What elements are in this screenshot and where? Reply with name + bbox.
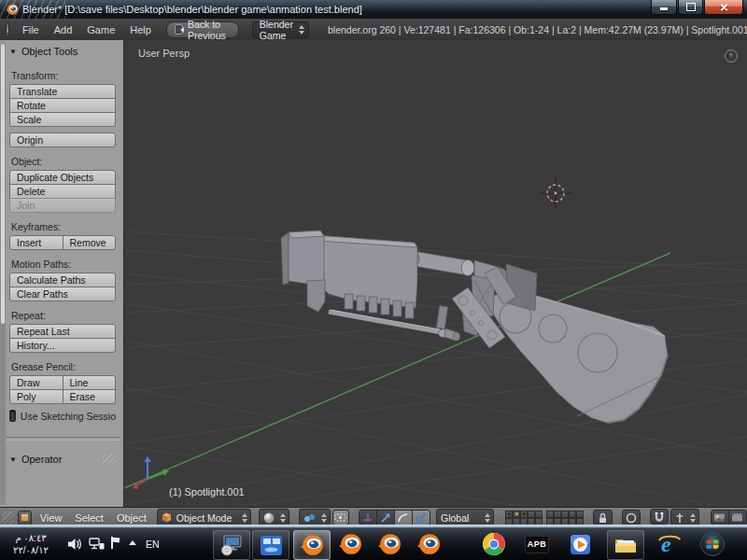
sketching-sessions-checkbox[interactable] [9, 410, 16, 422]
tool-shelf-scrollbar[interactable] [0, 42, 6, 505]
back-to-previous-button[interactable]: Back to Previous [166, 21, 239, 38]
taskbar-app-display-settings[interactable] [252, 530, 289, 560]
grease-erase-button[interactable]: Erase [63, 389, 117, 404]
calculate-paths-button[interactable]: Calculate Paths [9, 273, 116, 287]
taskbar: ٠٨:٤٣ م ٢٢/٠٨/١٢ EN [0, 527, 747, 560]
repeat-last-button[interactable]: Repeat Last [9, 324, 116, 339]
taskbar-app-internet-explorer[interactable]: e [652, 530, 687, 558]
snap-toggle[interactable] [650, 509, 669, 525]
taskbar-clock[interactable]: ٠٨:٤٣ م ٢٢/٠٨/١٢ [2, 532, 60, 556]
render-image-icon [713, 512, 726, 523]
magnet-icon [654, 511, 665, 523]
scale-box-icon [416, 512, 427, 524]
chrome-icon [482, 532, 506, 556]
action-center-flag-icon[interactable] [111, 537, 120, 549]
close-icon [720, 3, 728, 11]
gun-model[interactable] [281, 231, 668, 423]
taskbar-app-blender-4[interactable] [411, 530, 446, 558]
grease-draw-button[interactable]: Draw [9, 375, 63, 390]
pivot-align-toggle[interactable] [332, 510, 350, 525]
menu-game[interactable]: Game [79, 24, 122, 35]
maximize-icon [686, 3, 696, 11]
proportional-edit-toggle[interactable] [622, 510, 641, 525]
gun-bolt-cylinder [414, 251, 468, 275]
menu-object[interactable]: Object [110, 512, 153, 524]
layer-grid-left[interactable] [505, 511, 543, 525]
object-tools-panel-header[interactable]: ▼ Object Tools [9, 46, 116, 57]
manipulator-arc-toggle[interactable] [394, 510, 413, 525]
menu-file[interactable]: File [15, 24, 47, 35]
editor-type-icon[interactable] [18, 511, 32, 525]
lock-to-scene-toggle[interactable] [593, 510, 612, 525]
blender-icon [300, 533, 324, 557]
spotlight-object[interactable] [540, 177, 571, 209]
grease-poly-button[interactable]: Poly [9, 389, 63, 404]
taskbar-app-blender-3[interactable] [372, 530, 407, 558]
remove-keyframe-button[interactable]: Remove [63, 235, 117, 250]
view-name-label: User Persp [138, 48, 190, 59]
opengl-render-image-button[interactable] [711, 510, 729, 525]
grease-line-button[interactable]: Line [63, 375, 117, 390]
translate-button[interactable]: Translate [9, 84, 116, 99]
apb-icon: APB [525, 536, 549, 553]
transform-label: Transform: [11, 70, 116, 81]
minimize-button[interactable] [651, 0, 677, 15]
taskbar-app-blender-2[interactable] [332, 530, 368, 558]
editor-type-icon[interactable]: i [6, 22, 9, 37]
back-icon [175, 24, 183, 35]
menu-add[interactable]: Add [47, 24, 80, 35]
join-button[interactable]: Join [9, 198, 116, 213]
taskbar-app-explorer[interactable] [607, 530, 644, 560]
language-indicator[interactable]: EN [146, 539, 160, 550]
shading-sphere-icon [263, 512, 275, 524]
dropdown-arrows-icon [280, 513, 286, 523]
operator-panel-header[interactable]: ▼ Operator [9, 454, 116, 465]
volume-tray-icon[interactable] [67, 537, 83, 552]
insert-keyframe-button[interactable]: Insert [9, 235, 63, 250]
delete-button[interactable]: Delete [9, 184, 116, 199]
history-button[interactable]: History... [9, 338, 116, 353]
network-tray-icon[interactable] [89, 537, 105, 551]
manipulator-scale-toggle[interactable] [412, 510, 430, 525]
expand-panel-icon[interactable]: + [725, 49, 738, 63]
sketching-sessions-label: Use Sketching Sessio [21, 411, 116, 422]
orientation-value: Global [441, 512, 479, 524]
back-to-previous-label: Back to Previous [188, 19, 231, 41]
manipulator-buttons [359, 510, 430, 525]
window-controls [650, 0, 743, 15]
origin-button[interactable]: Origin [9, 133, 116, 147]
menu-help[interactable]: Help [122, 24, 159, 35]
blender-app-icon [6, 3, 19, 16]
menu-select[interactable]: Select [68, 512, 110, 524]
dropdown-arrows-icon [690, 513, 696, 523]
clear-paths-button[interactable]: Clear Paths [9, 287, 116, 301]
translate-axes-icon [362, 512, 374, 524]
area-corner-grip[interactable] [2, 511, 14, 525]
manipulator-rotate-toggle[interactable] [376, 510, 395, 525]
taskbar-app-apb[interactable]: APB [519, 530, 555, 558]
layer-grid-right[interactable] [546, 511, 584, 525]
opengl-render-anim-button[interactable] [728, 510, 747, 525]
manipulator-translate-toggle[interactable] [359, 510, 377, 525]
3d-viewport[interactable]: User Persp (1) Spotlight.001 + [124, 40, 747, 507]
taskbar-app-system-setup[interactable] [213, 530, 250, 560]
taskbar-app-chrome[interactable] [476, 530, 512, 558]
scale-button[interactable]: Scale [9, 112, 116, 127]
scrollbar-thumb[interactable] [1, 44, 5, 324]
taskbar-app-media-player[interactable] [562, 530, 598, 558]
system-setup-icon [219, 534, 244, 556]
close-button[interactable] [704, 0, 743, 15]
start-button[interactable] [695, 530, 730, 558]
menu-view[interactable]: View [34, 512, 69, 524]
repeat-label: Repeat: [11, 310, 116, 321]
duplicate-objects-button[interactable]: Duplicate Objects [9, 170, 116, 185]
axis-gizmo-icon [133, 456, 169, 489]
panel-drag-grip[interactable] [103, 454, 116, 465]
object-mode-cube-icon [162, 512, 172, 523]
maximize-button[interactable] [678, 0, 703, 15]
rotate-button[interactable]: Rotate [9, 98, 116, 113]
taskbar-app-blender-active[interactable] [293, 530, 331, 560]
folder-icon [613, 535, 638, 555]
render-engine-select[interactable]: Blender Game [252, 21, 309, 38]
show-hidden-icons-button[interactable] [129, 540, 136, 545]
